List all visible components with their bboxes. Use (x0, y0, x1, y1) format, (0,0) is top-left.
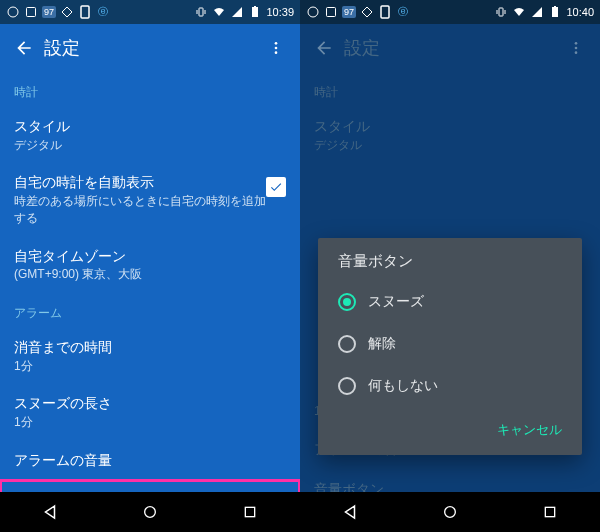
setting-snooze-length[interactable]: スヌーズの長さ 1分 (0, 384, 300, 440)
svg-point-13 (308, 7, 318, 17)
option-dismiss[interactable]: 解除 (324, 323, 576, 365)
svg-rect-6 (252, 7, 258, 17)
svg-rect-25 (545, 507, 554, 516)
setting-alarm-volume[interactable]: アラームの音量 (0, 441, 300, 481)
setting-title: スタイル (14, 117, 286, 137)
setting-title: 自宅の時計を自動表示 (14, 173, 266, 193)
svg-rect-3 (199, 8, 203, 16)
ie-icon: ⓔ (396, 5, 410, 19)
svg-rect-2 (81, 6, 89, 18)
setting-style[interactable]: スタイル デジタル (0, 107, 300, 163)
setting-silence-after[interactable]: 消音までの時間 1分 (0, 328, 300, 384)
statusbar: 97 ⓔ 10:39 (0, 0, 300, 24)
option-label: 何もしない (368, 377, 438, 395)
sync-icon (6, 5, 20, 19)
svg-point-0 (8, 7, 18, 17)
overflow-menu-button[interactable] (560, 32, 592, 64)
volume-buttons-dialog: 音量ボタン スヌーズ 解除 何もしない キャンセル (318, 238, 582, 455)
setting-home-clock-auto[interactable]: 自宅の時計を自動表示 時差のある場所にいるときに自宅の時刻を追加する (0, 163, 300, 236)
setting-subtitle: 時差のある場所にいるときに自宅の時刻を追加する (14, 193, 266, 227)
setting-style: スタイル デジタル (300, 107, 600, 163)
setting-title: アラームの音量 (14, 451, 286, 471)
battery-percent-badge: 97 (42, 6, 56, 18)
svg-point-21 (575, 42, 578, 45)
setting-home-timezone[interactable]: 自宅タイムゾーン (GMT+9:00) 東京、大阪 (0, 237, 300, 293)
radio-selected-icon (338, 293, 356, 311)
svg-point-22 (575, 47, 578, 50)
settings-list[interactable]: 時計 スタイル デジタル 自宅の時計を自動表示 時差のある場所にいるときに自宅の… (0, 72, 300, 492)
svg-point-11 (145, 507, 156, 518)
nav-recents-button[interactable] (520, 498, 580, 526)
overflow-menu-button[interactable] (260, 32, 292, 64)
option-snooze[interactable]: スヌーズ (324, 281, 576, 323)
svg-rect-15 (381, 6, 389, 18)
svg-point-10 (275, 51, 278, 54)
checkbox-checked[interactable] (266, 177, 286, 197)
nav-back-button[interactable] (20, 498, 80, 526)
section-header-alarm: アラーム (0, 293, 300, 328)
svg-rect-19 (552, 7, 558, 17)
dialog-title: 音量ボタン (324, 252, 576, 281)
section-header-clock: 時計 (300, 72, 600, 107)
apps-icon (24, 5, 38, 19)
setting-value: 1分 (14, 414, 286, 431)
sync-icon (306, 5, 320, 19)
option-label: 解除 (368, 335, 396, 353)
statusbar: 97 ⓔ 10:40 (300, 0, 600, 24)
battery-icon (548, 5, 562, 19)
svg-point-24 (445, 507, 456, 518)
section-header-clock: 時計 (0, 72, 300, 107)
statusbar-right-icons: 10:40 (494, 5, 594, 19)
page-title: 設定 (344, 36, 560, 60)
settings-list-dimmed: 時計 スタイル デジタル 1分 アラームの音量 音量ボタン スヌーズ 音量ボタン… (300, 72, 600, 492)
setting-value: 1分 (14, 358, 286, 375)
battery-percent-badge: 97 (342, 6, 356, 18)
setting-title: 消音までの時間 (14, 338, 286, 358)
statusbar-right-icons: 10:39 (194, 5, 294, 19)
setting-value: デジタル (14, 137, 286, 154)
option-label: スヌーズ (368, 293, 424, 311)
phone-icon (378, 5, 392, 19)
back-button[interactable] (308, 32, 340, 64)
diamond-icon (360, 5, 374, 19)
nav-recents-button[interactable] (220, 498, 280, 526)
setting-volume-buttons: 音量ボタン スヌーズ (300, 470, 600, 492)
vibrate-icon (494, 5, 508, 19)
svg-point-9 (275, 47, 278, 50)
nav-home-button[interactable] (420, 498, 480, 526)
back-button[interactable] (8, 32, 40, 64)
wifi-icon (512, 5, 526, 19)
radio-unselected-icon (338, 335, 356, 353)
svg-rect-7 (254, 6, 256, 7)
setting-title: 音量ボタン (14, 490, 286, 492)
nav-back-button[interactable] (320, 498, 380, 526)
ie-icon: ⓔ (96, 5, 110, 19)
clock-text: 10:39 (266, 6, 294, 18)
signal-icon (530, 5, 544, 19)
cancel-button[interactable]: キャンセル (487, 415, 572, 445)
nav-home-button[interactable] (120, 498, 180, 526)
page-title: 設定 (44, 36, 260, 60)
actionbar: 設定 (300, 24, 600, 72)
wifi-icon (212, 5, 226, 19)
navbar (300, 492, 600, 532)
dialog-actions: キャンセル (324, 407, 576, 449)
diamond-icon (60, 5, 74, 19)
phone-icon (78, 5, 92, 19)
option-do-nothing[interactable]: 何もしない (324, 365, 576, 407)
navbar (0, 492, 300, 532)
setting-title: 自宅タイムゾーン (14, 247, 286, 267)
clock-text: 10:40 (566, 6, 594, 18)
setting-title: スタイル (314, 117, 586, 137)
setting-title: スヌーズの長さ (14, 394, 286, 414)
statusbar-left-icons: 97 ⓔ (306, 5, 410, 19)
svg-point-23 (575, 51, 578, 54)
svg-rect-14 (327, 8, 336, 17)
setting-volume-buttons[interactable]: 音量ボタン スヌーズ (0, 480, 300, 492)
setting-value: (GMT+9:00) 東京、大阪 (14, 266, 286, 283)
vibrate-icon (194, 5, 208, 19)
svg-point-8 (275, 42, 278, 45)
screenshot-left: 97 ⓔ 10:39 設定 時計 スタイル デジタル 自宅の時 (0, 0, 300, 532)
svg-rect-20 (554, 6, 556, 7)
svg-rect-12 (245, 507, 254, 516)
